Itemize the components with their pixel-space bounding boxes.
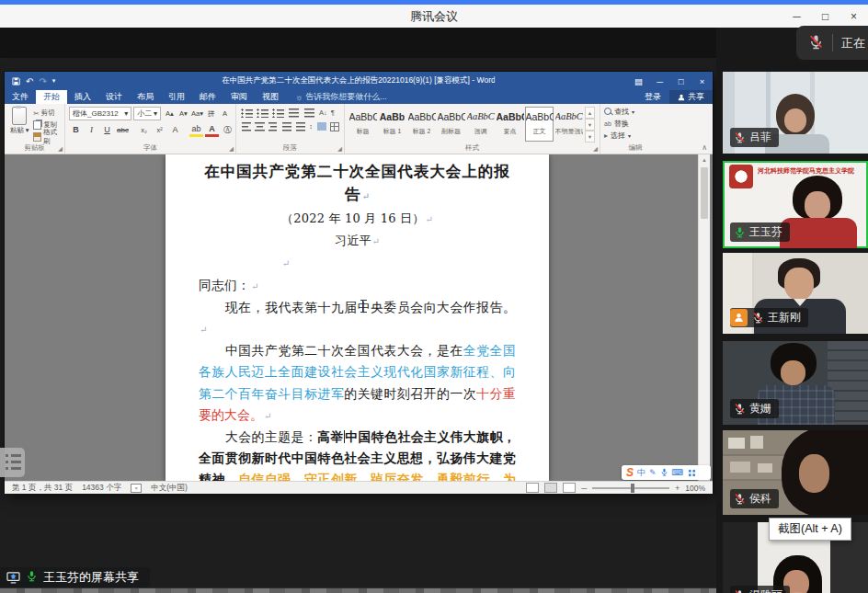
- maximize-button[interactable]: □: [811, 5, 839, 28]
- bold-button[interactable]: B: [69, 124, 83, 136]
- style-item-不明显强调[interactable]: AaBbC不明显强调: [554, 107, 583, 142]
- subscript-button[interactable]: x₂: [137, 124, 151, 136]
- pen-icon[interactable]: ✎: [649, 468, 657, 477]
- page-indicator[interactable]: 第 1 页，共 31 页: [12, 483, 73, 494]
- cut-button[interactable]: ✂剪切: [33, 108, 61, 119]
- multilevel-icon[interactable]: [272, 108, 284, 118]
- zoom-out-icon[interactable]: ─: [581, 484, 587, 493]
- style-item-标题 2[interactable]: AaBbC标题 2: [407, 107, 436, 142]
- vertical-scrollbar[interactable]: ▲: [698, 154, 710, 481]
- shading-icon[interactable]: [316, 121, 326, 131]
- shrink-font-button[interactable]: A▾: [177, 108, 190, 120]
- font-color-button[interactable]: A: [205, 122, 219, 137]
- font-name-select[interactable]: 楷体_GB2312▾: [69, 107, 131, 120]
- style-gallery-scroll[interactable]: ▲▼▼: [585, 107, 595, 143]
- mic-icon[interactable]: [660, 468, 668, 478]
- align-center-icon[interactable]: [255, 121, 265, 131]
- pilcrow-icon[interactable]: ¶: [331, 108, 335, 118]
- qat-customize-icon[interactable]: ▾: [52, 77, 56, 85]
- indent-icon[interactable]: [303, 108, 315, 118]
- select-button[interactable]: ▸选择▾: [604, 130, 667, 141]
- style-item-要点[interactable]: AaBbC要点: [496, 107, 524, 142]
- tell-me-box[interactable]: ☼ 告诉我你想要做什么...: [295, 90, 387, 104]
- ribbon-display-options-icon[interactable]: ▤: [628, 76, 649, 86]
- word-restore-button[interactable]: □: [670, 76, 691, 86]
- word-count[interactable]: 14363 个字: [82, 483, 121, 494]
- clipboard-dialog-launcher[interactable]: ◢: [58, 145, 63, 153]
- word-tab-8[interactable]: 审阅: [223, 90, 255, 104]
- mic-status-overlay[interactable]: 正在: [796, 26, 868, 60]
- paragraph-dialog-launcher[interactable]: ◢: [337, 145, 342, 153]
- numbering-icon[interactable]: [257, 108, 268, 118]
- sign-in-button[interactable]: 登录: [636, 90, 669, 104]
- zoom-slider-thumb[interactable]: [631, 484, 634, 493]
- borders-icon[interactable]: [330, 122, 339, 131]
- word-tab-1[interactable]: 文件: [5, 90, 36, 104]
- zoom-level[interactable]: 100%: [685, 484, 705, 493]
- close-button[interactable]: ×: [839, 5, 868, 28]
- zoom-in-icon[interactable]: +: [675, 484, 680, 493]
- chinese-mode-icon[interactable]: 中: [637, 468, 645, 477]
- meeting-panel-handle[interactable]: [0, 448, 25, 477]
- participant-tile-王玉芬[interactable]: 河北科技师范学院马克思主义学院王玉芬: [723, 161, 868, 248]
- format-painter-button[interactable]: 格式刷: [33, 131, 61, 143]
- share-button[interactable]: 共享: [669, 90, 713, 104]
- paste-button[interactable]: 粘贴 ▾: [8, 107, 30, 143]
- justify-icon[interactable]: [281, 121, 291, 131]
- sort-icon[interactable]: A↓: [319, 108, 327, 118]
- participant-tile-黄姗[interactable]: 黄姗: [723, 341, 868, 425]
- scrollbar-thumb[interactable]: [701, 167, 708, 219]
- strikethrough-button[interactable]: abc: [116, 124, 130, 136]
- word-tab-7[interactable]: 邮件: [192, 90, 223, 104]
- word-tab-5[interactable]: 布局: [130, 90, 161, 104]
- keyboard-icon[interactable]: ⌨: [672, 468, 684, 477]
- enclose-character-button[interactable]: Ⓐ: [221, 124, 234, 136]
- style-item-标题 1[interactable]: AaBb标题 1: [378, 107, 406, 142]
- word-tab-6[interactable]: 引用: [161, 90, 192, 104]
- character-border-button[interactable]: A: [218, 108, 232, 120]
- proofing-status-icon[interactable]: ×: [131, 484, 142, 493]
- align-right-icon[interactable]: [268, 121, 279, 131]
- bullets-icon[interactable]: [241, 108, 253, 118]
- save-icon[interactable]: [12, 77, 20, 86]
- minimize-button[interactable]: ─: [782, 5, 811, 28]
- grow-font-button[interactable]: A▴: [163, 108, 177, 120]
- language-indicator[interactable]: 中文(中国): [151, 483, 188, 494]
- find-button[interactable]: 查找▾: [604, 106, 667, 117]
- word-tab-3[interactable]: 插入: [67, 90, 98, 104]
- undo-icon[interactable]: ↶: [26, 76, 33, 86]
- print-layout-icon[interactable]: [544, 483, 557, 493]
- participant-tile-王新刚[interactable]: 王新刚: [723, 253, 868, 334]
- outdent-icon[interactable]: [288, 108, 300, 118]
- italic-button[interactable]: I: [85, 124, 98, 136]
- web-layout-icon[interactable]: [563, 483, 576, 493]
- style-item-标题[interactable]: AaBbC标题: [348, 107, 377, 142]
- phonetic-guide-button[interactable]: 拼: [204, 108, 218, 120]
- word-tab-9[interactable]: 视图: [255, 90, 286, 104]
- collapse-ribbon-icon[interactable]: ∧: [702, 143, 707, 152]
- superscript-button[interactable]: x²: [153, 124, 166, 136]
- style-item-副标题[interactable]: AaBbC副标题: [437, 107, 465, 142]
- replace-button[interactable]: ab替换: [604, 118, 667, 129]
- underline-button[interactable]: U: [100, 124, 114, 136]
- style-item-强调[interactable]: AaBbC强调: [466, 107, 495, 142]
- align-left-icon[interactable]: [241, 121, 251, 131]
- scroll-up-icon[interactable]: ▲: [699, 154, 710, 165]
- document-page[interactable]: 在中国共产党第二十次全国代表大会上的报告↵（2022 年 10 月 16 日）↵…: [166, 154, 549, 481]
- word-tab-2[interactable]: 开始: [36, 90, 67, 104]
- font-size-select[interactable]: 小二▾: [133, 107, 161, 120]
- sogou-input-toolbar[interactable]: S 中 ✎ ⌨: [622, 465, 711, 480]
- text-effects-button[interactable]: A: [168, 124, 182, 136]
- word-close-button[interactable]: ×: [691, 76, 713, 86]
- participant-tile-侯科[interactable]: 侯科: [723, 430, 868, 515]
- style-item-正文[interactable]: AaBbCc正文: [525, 107, 554, 142]
- text-highlight-button[interactable]: ab: [189, 122, 203, 137]
- word-minimize-button[interactable]: ─: [649, 76, 670, 86]
- read-mode-icon[interactable]: [526, 483, 539, 493]
- redo-icon[interactable]: ↷: [39, 76, 46, 86]
- font-dialog-launcher[interactable]: ◢: [229, 145, 234, 153]
- distribute-icon[interactable]: [295, 121, 305, 131]
- line-spacing-icon[interactable]: ↕: [309, 121, 313, 131]
- change-case-button[interactable]: Aa▾: [190, 108, 204, 120]
- word-tab-4[interactable]: 设计: [98, 90, 130, 104]
